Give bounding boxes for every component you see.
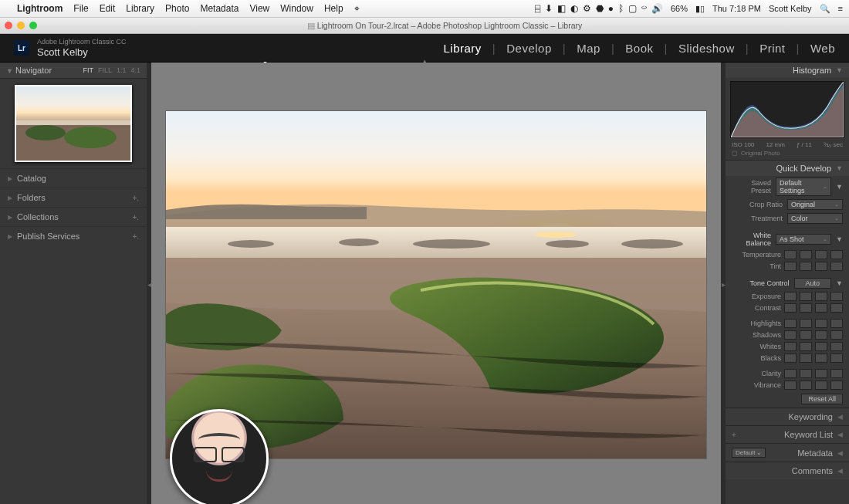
step-down-large[interactable]: [784, 330, 797, 340]
auto-tone-button[interactable]: Auto: [794, 278, 832, 289]
minimize-button[interactable]: [17, 22, 25, 29]
disclosure-icon[interactable]: ▼: [836, 183, 843, 191]
sidebar-item-publish-services[interactable]: ▶ Publish Services +.: [0, 226, 147, 245]
step-up-large[interactable]: [830, 342, 843, 351]
battery-icon[interactable]: ▮▯: [695, 4, 705, 14]
reset-all-button[interactable]: Reset All: [801, 394, 843, 404]
status-icon[interactable]: ⌸: [535, 3, 540, 14]
step-down-large[interactable]: [784, 369, 797, 378]
step-down[interactable]: [800, 262, 812, 271]
spotlight-icon[interactable]: 🔍: [820, 4, 830, 14]
app-name[interactable]: Lightroom: [17, 3, 63, 14]
zoom-fill[interactable]: FILL: [98, 66, 112, 74]
metadata-preset-select[interactable]: Default⌄: [732, 448, 766, 458]
plugin-icon[interactable]: ⌖: [354, 3, 360, 14]
module-map[interactable]: Map: [577, 42, 600, 55]
menu-metadata[interactable]: Metadata: [200, 3, 238, 14]
add-icon[interactable]: +.: [132, 194, 139, 202]
step-down-large[interactable]: [784, 381, 797, 390]
step-down-large[interactable]: [784, 303, 797, 313]
step-up-large[interactable]: [830, 369, 843, 378]
step-up[interactable]: [815, 250, 827, 259]
module-print[interactable]: Print: [759, 42, 785, 55]
module-slideshow[interactable]: Slideshow: [678, 42, 735, 55]
step-up-large[interactable]: [830, 330, 843, 340]
step-down[interactable]: [800, 369, 812, 378]
step-up[interactable]: [815, 303, 827, 313]
navigator-thumbnail[interactable]: [15, 85, 132, 162]
step-up[interactable]: [815, 353, 827, 363]
step-up[interactable]: [815, 381, 827, 390]
battery-percent[interactable]: 66%: [671, 4, 688, 13]
menu-window[interactable]: Window: [280, 3, 313, 14]
step-down-large[interactable]: [784, 353, 797, 363]
step-up-large[interactable]: [830, 262, 843, 271]
clock[interactable]: Thu 7:18 PM: [712, 4, 761, 13]
module-develop[interactable]: Develop: [506, 42, 552, 55]
menu-view[interactable]: View: [249, 3, 269, 14]
step-up[interactable]: [815, 262, 827, 271]
step-down[interactable]: [800, 353, 812, 363]
original-photo-toggle[interactable]: ▢ Original Photo: [726, 150, 849, 160]
notification-center-icon[interactable]: ≡: [838, 4, 843, 13]
user-name[interactable]: Scott Kelby: [769, 4, 812, 13]
close-button[interactable]: [5, 22, 12, 29]
zoom-1to1[interactable]: 1:1: [117, 66, 127, 74]
zoom-custom[interactable]: 4:1: [130, 66, 140, 74]
step-up-large[interactable]: [830, 292, 843, 301]
status-icon[interactable]: ⚙︎: [583, 3, 591, 14]
airplay-icon[interactable]: ▢: [628, 3, 637, 14]
loupe-view[interactable]: [151, 63, 721, 504]
status-icon[interactable]: ●: [608, 3, 614, 14]
white-balance-select[interactable]: As Shot⌄: [776, 234, 831, 245]
step-down[interactable]: [800, 250, 812, 259]
step-up[interactable]: [815, 292, 827, 301]
quick-develop-header[interactable]: Quick Develop▼: [726, 161, 849, 176]
step-up-large[interactable]: [830, 353, 843, 363]
menu-help[interactable]: Help: [324, 3, 343, 14]
step-down-large[interactable]: [784, 342, 797, 351]
status-icon[interactable]: ⬇︎: [545, 3, 553, 14]
keyword-list-panel[interactable]: + Keyword List◀: [726, 425, 849, 443]
step-down[interactable]: [800, 330, 812, 340]
disclosure-icon[interactable]: ▼: [836, 235, 843, 243]
step-up[interactable]: [815, 342, 827, 351]
step-down[interactable]: [800, 292, 812, 301]
add-icon[interactable]: +: [732, 431, 736, 439]
histogram-graph[interactable]: [730, 81, 844, 138]
keywording-panel[interactable]: Keywording◀: [726, 408, 849, 425]
step-down-large[interactable]: [784, 319, 797, 328]
zoom-fit[interactable]: FIT: [83, 66, 93, 74]
step-down[interactable]: [800, 381, 812, 390]
status-icon[interactable]: ⬣: [596, 3, 604, 14]
crop-ratio-select[interactable]: Original⌄: [787, 199, 843, 210]
step-up-large[interactable]: [830, 381, 843, 390]
wifi-icon[interactable]: ⌔: [641, 3, 647, 14]
step-down[interactable]: [800, 319, 812, 328]
menu-photo[interactable]: Photo: [165, 3, 189, 14]
sidebar-item-catalog[interactable]: ▶ Catalog: [0, 168, 147, 188]
saved-preset-select[interactable]: Default Settings⌄: [776, 178, 831, 196]
step-down[interactable]: [800, 303, 812, 313]
menu-edit[interactable]: Edit: [100, 3, 116, 14]
status-icon[interactable]: ◧: [557, 3, 566, 14]
add-icon[interactable]: +.: [132, 213, 139, 222]
step-up[interactable]: [815, 319, 827, 328]
histogram-header[interactable]: Histogram▼: [726, 63, 849, 78]
disclosure-icon[interactable]: ▼: [836, 279, 843, 287]
step-down-large[interactable]: [784, 292, 797, 301]
step-up[interactable]: [815, 330, 827, 340]
step-up-large[interactable]: [830, 319, 843, 328]
menu-file[interactable]: File: [73, 3, 88, 14]
module-library[interactable]: Library: [443, 42, 481, 55]
comments-panel[interactable]: Comments◀: [726, 462, 849, 479]
sidebar-item-folders[interactable]: ▶ Folders +.: [0, 188, 147, 207]
status-icon[interactable]: ◐: [570, 3, 578, 14]
bluetooth-icon[interactable]: ᛒ: [618, 3, 624, 14]
module-web[interactable]: Web: [810, 42, 835, 55]
checkbox-icon[interactable]: ▢: [732, 150, 738, 157]
zoom-button[interactable]: [29, 22, 37, 29]
step-up-large[interactable]: [830, 250, 843, 259]
step-up[interactable]: [815, 369, 827, 378]
sidebar-item-collections[interactable]: ▶ Collections +.: [0, 207, 147, 226]
